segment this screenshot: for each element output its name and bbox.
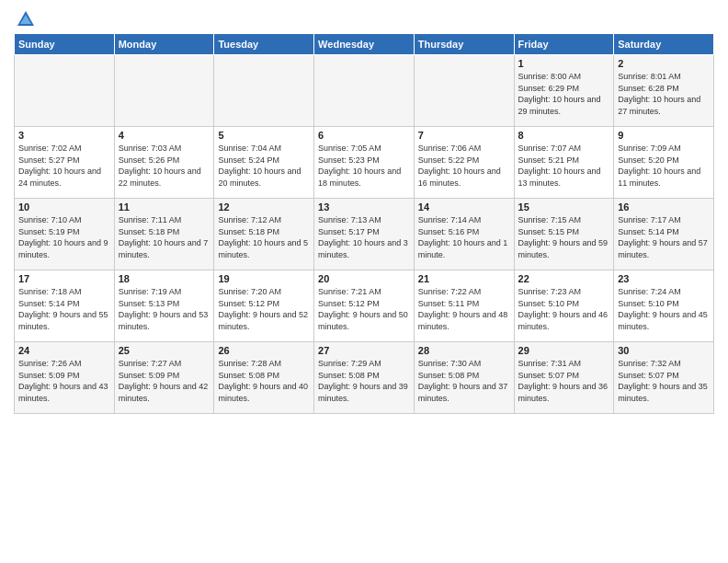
- day-cell: 6Sunrise: 7:05 AMSunset: 5:23 PMDaylight…: [314, 127, 415, 199]
- day-cell: 5Sunrise: 7:04 AMSunset: 5:24 PMDaylight…: [214, 127, 314, 199]
- day-info-line: Daylight: 9 hours and 37 minutes.: [418, 381, 510, 404]
- day-info-line: Sunset: 5:17 PM: [318, 226, 410, 238]
- day-info-line: Sunrise: 7:21 AM: [318, 286, 410, 298]
- day-info-line: Daylight: 10 hours and 11 minutes.: [618, 166, 710, 189]
- day-info-line: Sunset: 5:09 PM: [119, 370, 210, 382]
- day-number: 2: [618, 58, 710, 69]
- day-number: 14: [418, 201, 510, 213]
- day-info-line: Sunset: 5:18 PM: [218, 226, 310, 238]
- day-info-line: Sunset: 5:26 PM: [119, 155, 210, 167]
- day-info-line: Daylight: 10 hours and 9 minutes.: [18, 237, 110, 260]
- day-cell: 8Sunrise: 7:07 AMSunset: 5:21 PMDaylight…: [514, 127, 614, 199]
- day-number: 19: [218, 273, 310, 284]
- day-info-line: Sunrise: 7:02 AM: [18, 143, 110, 155]
- day-info-line: Daylight: 9 hours and 43 minutes.: [18, 381, 110, 404]
- col-header-wednesday: Wednesday: [314, 34, 415, 55]
- day-info-line: Sunset: 5:08 PM: [318, 370, 410, 382]
- day-cell: 26Sunrise: 7:28 AMSunset: 5:08 PMDayligh…: [214, 342, 314, 414]
- day-info-line: Sunrise: 7:31 AM: [518, 358, 610, 370]
- day-number: 26: [218, 345, 310, 356]
- day-number: 29: [518, 345, 610, 356]
- day-cell: 27Sunrise: 7:29 AMSunset: 5:08 PMDayligh…: [314, 342, 415, 414]
- day-info-line: Daylight: 9 hours and 36 minutes.: [518, 381, 610, 404]
- day-cell: 22Sunrise: 7:23 AMSunset: 5:10 PMDayligh…: [514, 270, 614, 342]
- day-cell: [214, 55, 314, 127]
- logo: [14, 9, 36, 26]
- day-number: 17: [18, 273, 110, 284]
- day-info-line: Daylight: 9 hours and 52 minutes.: [218, 309, 310, 332]
- day-info-line: Daylight: 9 hours and 40 minutes.: [218, 381, 310, 404]
- day-cell: 13Sunrise: 7:13 AMSunset: 5:17 PMDayligh…: [314, 199, 415, 270]
- day-info-line: Daylight: 9 hours and 42 minutes.: [119, 381, 210, 404]
- col-header-tuesday: Tuesday: [214, 34, 314, 55]
- day-info-line: Sunset: 5:15 PM: [518, 226, 610, 238]
- day-info-line: Sunset: 5:27 PM: [18, 155, 110, 167]
- day-number: 25: [119, 345, 210, 356]
- day-info-line: Sunset: 5:20 PM: [618, 155, 710, 167]
- col-header-monday: Monday: [114, 34, 214, 55]
- day-info-line: Sunset: 5:23 PM: [318, 155, 410, 167]
- day-info-line: Sunrise: 7:04 AM: [218, 143, 310, 155]
- day-info-line: Sunrise: 7:20 AM: [218, 286, 310, 298]
- day-cell: 14Sunrise: 7:14 AMSunset: 5:16 PMDayligh…: [414, 199, 514, 270]
- day-info-line: Sunset: 5:14 PM: [18, 298, 110, 310]
- day-cell: 10Sunrise: 7:10 AMSunset: 5:19 PMDayligh…: [15, 199, 115, 270]
- day-info-line: Sunrise: 7:11 AM: [119, 214, 210, 226]
- day-number: 27: [318, 345, 410, 356]
- day-number: 24: [18, 345, 110, 356]
- day-info-line: Sunrise: 7:27 AM: [119, 358, 210, 370]
- day-cell: 21Sunrise: 7:22 AMSunset: 5:11 PMDayligh…: [414, 270, 514, 342]
- col-header-thursday: Thursday: [414, 34, 514, 55]
- day-info-line: Sunset: 5:09 PM: [18, 370, 110, 382]
- day-info-line: Sunrise: 7:14 AM: [418, 214, 510, 226]
- day-info-line: Daylight: 9 hours and 57 minutes.: [618, 237, 710, 260]
- day-cell: 29Sunrise: 7:31 AMSunset: 5:07 PMDayligh…: [514, 342, 614, 414]
- col-header-sunday: Sunday: [15, 34, 115, 55]
- day-info-line: Sunset: 6:28 PM: [618, 83, 710, 95]
- day-info-line: Sunset: 5:10 PM: [618, 298, 710, 310]
- day-number: 21: [418, 273, 510, 284]
- day-info-line: Sunset: 5:10 PM: [518, 298, 610, 310]
- day-cell: 17Sunrise: 7:18 AMSunset: 5:14 PMDayligh…: [15, 270, 115, 342]
- day-number: 10: [18, 201, 110, 213]
- day-number: 28: [418, 345, 510, 356]
- day-info-line: Daylight: 10 hours and 24 minutes.: [18, 166, 110, 189]
- day-number: 4: [119, 130, 210, 141]
- day-number: 22: [518, 273, 610, 284]
- day-number: 13: [318, 201, 410, 213]
- calendar-table: SundayMondayTuesdayWednesdayThursdayFrid…: [14, 33, 714, 414]
- col-header-saturday: Saturday: [614, 34, 714, 55]
- day-info-line: Daylight: 10 hours and 3 minutes.: [318, 237, 410, 260]
- day-cell: 23Sunrise: 7:24 AMSunset: 5:10 PMDayligh…: [614, 270, 714, 342]
- day-info-line: Sunset: 5:18 PM: [119, 226, 210, 238]
- day-number: 7: [418, 130, 510, 141]
- day-info-line: Sunset: 5:24 PM: [218, 155, 310, 167]
- day-cell: [15, 55, 115, 127]
- day-number: 16: [618, 201, 710, 213]
- day-cell: 7Sunrise: 7:06 AMSunset: 5:22 PMDaylight…: [414, 127, 514, 199]
- day-info-line: Sunrise: 7:05 AM: [318, 143, 410, 155]
- day-info-line: Sunrise: 7:15 AM: [518, 214, 610, 226]
- day-number: 30: [618, 345, 710, 356]
- logo-icon: [16, 9, 36, 29]
- day-cell: 20Sunrise: 7:21 AMSunset: 5:12 PMDayligh…: [314, 270, 415, 342]
- day-info-line: Daylight: 10 hours and 20 minutes.: [218, 166, 310, 189]
- day-cell: 28Sunrise: 7:30 AMSunset: 5:08 PMDayligh…: [414, 342, 514, 414]
- day-cell: [114, 55, 214, 127]
- page-container: SundayMondayTuesdayWednesdayThursdayFrid…: [0, 0, 728, 419]
- day-info-line: Daylight: 10 hours and 13 minutes.: [518, 166, 610, 189]
- day-number: 23: [618, 273, 710, 284]
- day-info-line: Daylight: 10 hours and 16 minutes.: [418, 166, 510, 189]
- day-info-line: Sunrise: 8:01 AM: [618, 71, 710, 83]
- day-info-line: Daylight: 9 hours and 50 minutes.: [318, 309, 410, 332]
- day-cell: 15Sunrise: 7:15 AMSunset: 5:15 PMDayligh…: [514, 199, 614, 270]
- week-row-0: 1Sunrise: 8:00 AMSunset: 6:29 PMDaylight…: [15, 55, 714, 127]
- day-info-line: Sunrise: 7:28 AM: [218, 358, 310, 370]
- day-info-line: Sunset: 5:12 PM: [318, 298, 410, 310]
- day-number: 3: [18, 130, 110, 141]
- day-cell: [414, 55, 514, 127]
- day-info-line: Daylight: 9 hours and 53 minutes.: [119, 309, 210, 332]
- day-info-line: Sunrise: 7:06 AM: [418, 143, 510, 155]
- day-info-line: Daylight: 9 hours and 59 minutes.: [518, 237, 610, 260]
- day-info-line: Sunrise: 7:10 AM: [18, 214, 110, 226]
